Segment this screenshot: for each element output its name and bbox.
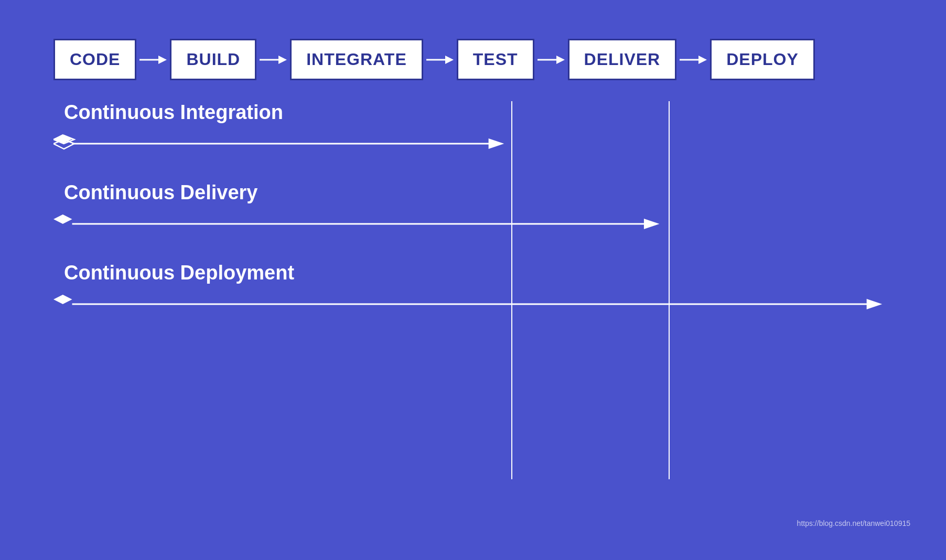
- step-deliver: DELIVER: [568, 39, 677, 80]
- step-test: TEST: [457, 39, 534, 80]
- svg-marker-1: [158, 56, 167, 64]
- svg-marker-20: [867, 299, 883, 309]
- arrow-3: [426, 52, 454, 67]
- section-cd-delivery: Continuous Delivery: [53, 181, 893, 235]
- arrow-4: [538, 52, 565, 67]
- ci-label: Continuous Integration: [64, 101, 893, 124]
- step-code: CODE: [53, 39, 136, 80]
- vline-cd: [669, 101, 670, 479]
- cd-deployment-arrow: [53, 295, 893, 314]
- sections-area: Continuous Integration Continuous Delive…: [48, 101, 898, 521]
- step-build: BUILD: [170, 39, 256, 80]
- cd-delivery-arrow: [53, 214, 893, 233]
- svg-marker-18: [53, 295, 72, 304]
- svg-marker-7: [556, 56, 565, 64]
- svg-marker-17: [644, 219, 660, 229]
- svg-marker-14: [489, 138, 504, 149]
- arrow-1: [139, 52, 167, 67]
- section-cd-deployment: Continuous Deployment: [53, 262, 893, 316]
- cd-delivery-label: Continuous Delivery: [64, 181, 893, 204]
- step-deploy: DEPLOY: [710, 39, 815, 80]
- pipeline-row: CODE BUILD INTEGRATE TEST: [48, 39, 898, 80]
- svg-marker-15: [53, 214, 72, 224]
- ci-arrow: [53, 134, 893, 153]
- svg-marker-9: [698, 56, 707, 64]
- svg-marker-3: [278, 56, 287, 64]
- arrow-2: [260, 52, 287, 67]
- section-ci: Continuous Integration: [53, 101, 893, 155]
- watermark: https://blog.csdn.net/tanwei010915: [797, 519, 910, 527]
- vline-ci: [511, 101, 512, 479]
- arrow-5: [680, 52, 707, 67]
- svg-marker-5: [445, 56, 454, 64]
- step-integrate: INTEGRATE: [290, 39, 423, 80]
- diagram-container: CODE BUILD INTEGRATE TEST: [27, 28, 919, 532]
- cd-deployment-label: Continuous Deployment: [64, 262, 893, 284]
